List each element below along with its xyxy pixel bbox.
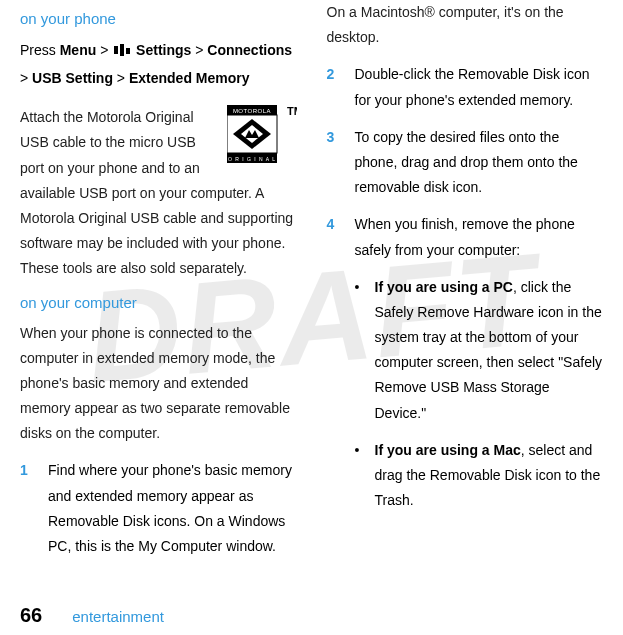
bullet-lead: If you are using a Mac	[375, 442, 521, 458]
bullet-body: If you are using a PC, click the Safely …	[375, 275, 604, 426]
left-column: on your phone Press Menu > Settings > Co…	[20, 0, 297, 571]
logo-bottom-text: O R I G I N A L	[227, 156, 275, 162]
step-body: To copy the desired files onto the phone…	[355, 125, 604, 201]
step-number: 3	[327, 125, 355, 201]
path-sep: >	[113, 70, 129, 86]
step-4: 4 When you finish, remove the phone safe…	[327, 212, 604, 262]
settings-label: Settings	[132, 42, 191, 58]
step-3: 3 To copy the desired files onto the pho…	[327, 125, 604, 201]
step-number: 2	[327, 62, 355, 112]
menu-label: Menu	[60, 42, 97, 58]
step-body: When you finish, remove the phone safely…	[355, 212, 604, 262]
bullet-lead: If you are using a PC	[375, 279, 513, 295]
svg-rect-2	[126, 48, 130, 54]
heading-on-your-phone: on your phone	[20, 10, 297, 27]
attach-paragraph: MOTOROLA O R I G I N A L TM Attach the M…	[20, 105, 297, 281]
bullet-marker: •	[355, 438, 375, 514]
step-body: Double-click the Removable Disk icon for…	[355, 62, 604, 112]
bullet-body: If you are using a Mac, select and drag …	[375, 438, 604, 514]
path-sep: >	[96, 42, 112, 58]
bullet-marker: •	[355, 275, 375, 426]
press-prefix: Press	[20, 42, 60, 58]
step-1: 1 Find where your phone's basic memory a…	[20, 458, 297, 559]
press-path: Press Menu > Settings > Connections > US…	[20, 37, 297, 91]
logo-top-text: MOTOROLA	[232, 108, 270, 114]
svg-rect-1	[120, 44, 124, 56]
step-2: 2 Double-click the Removable Disk icon f…	[327, 62, 604, 112]
footer-section-label: entertainment	[72, 608, 164, 625]
step-body: Find where your phone's basic memory and…	[48, 458, 297, 559]
step-1-continuation: On a Macintosh® computer, it's on the de…	[327, 0, 604, 50]
step-number: 1	[20, 458, 48, 559]
motorola-original-logo: MOTOROLA O R I G I N A L TM	[227, 105, 297, 171]
settings-icon	[114, 38, 130, 65]
step-number: 4	[327, 212, 355, 262]
right-column: On a Macintosh® computer, it's on the de…	[327, 0, 604, 571]
path-sep: >	[20, 70, 32, 86]
usb-setting-label: USB Setting	[32, 70, 113, 86]
connected-paragraph: When your phone is connected to the comp…	[20, 321, 297, 447]
bullet-mac: • If you are using a Mac, select and dra…	[327, 438, 604, 514]
page-number: 66	[20, 604, 42, 627]
bullet-rest: , click the Safely Remove Hardware icon …	[375, 279, 603, 421]
connections-label: Connections	[207, 42, 292, 58]
tm-mark: TM	[287, 105, 297, 117]
svg-rect-0	[114, 46, 118, 54]
bullet-pc: • If you are using a PC, click the Safel…	[327, 275, 604, 426]
page-footer: 66 entertainment	[20, 604, 164, 627]
extended-memory-label: Extended Memory	[129, 70, 250, 86]
heading-on-your-computer: on your computer	[20, 294, 297, 311]
path-sep: >	[191, 42, 207, 58]
